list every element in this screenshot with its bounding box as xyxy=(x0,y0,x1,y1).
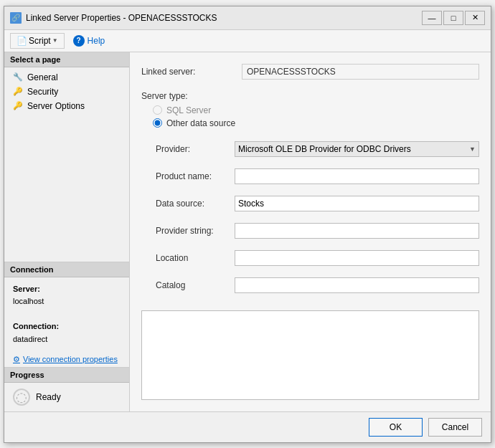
ok-button[interactable]: OK xyxy=(369,418,423,437)
linked-server-label: Linked server: xyxy=(141,67,242,77)
minimize-button[interactable]: — xyxy=(422,11,442,25)
sidebar-items: 🔧 General 🔑 Security 🔑 Server Options xyxy=(4,67,129,262)
connection-key: Connection: xyxy=(13,322,59,330)
progress-header: Progress xyxy=(4,368,129,383)
help-label: Help xyxy=(88,36,105,46)
connection-info: Server: localhost Connection: datadirect xyxy=(4,277,129,352)
sidebar-item-label-general: General xyxy=(27,72,58,82)
sql-server-row: SQL Server xyxy=(153,105,479,115)
connection-link-icon: ⚙ xyxy=(13,355,20,364)
progress-section: Progress ◌ Ready xyxy=(4,367,129,411)
other-datasource-radio[interactable] xyxy=(153,118,162,128)
sidebar-item-label-server-options: Server Options xyxy=(27,101,85,111)
progress-status: Ready xyxy=(36,392,61,402)
connection-label: Connection: datadirect xyxy=(13,320,121,345)
connection-link-text: View connection properties xyxy=(23,355,118,363)
title-bar: 🔗 Linked Server Properties - OPENACESSST… xyxy=(4,6,491,30)
catalog-input[interactable] xyxy=(235,277,479,293)
data-source-input[interactable] xyxy=(235,196,479,211)
provider-row: Provider: Microsoft OLE DB Provider for … xyxy=(156,141,479,157)
server-type-label: Server type: xyxy=(141,91,479,101)
product-name-row: Product name: xyxy=(156,168,479,184)
script-button[interactable]: 📄 Script ▼ xyxy=(10,33,65,49)
server-type-section: Server type: SQL Server Other data sourc… xyxy=(141,91,479,131)
window-title: Linked Server Properties - OPENACESSSTOC… xyxy=(26,13,217,23)
provider-dropdown-arrow: ▼ xyxy=(469,146,476,153)
server-options-icon: 🔑 xyxy=(13,101,23,110)
general-icon: 🔧 xyxy=(13,72,23,82)
product-name-input[interactable] xyxy=(235,168,479,184)
output-box xyxy=(141,310,479,400)
help-icon: ? xyxy=(73,35,85,47)
server-label: Server: localhost xyxy=(13,283,121,308)
server-value: localhost xyxy=(13,297,44,305)
security-icon: 🔑 xyxy=(13,87,23,96)
script-label: Script xyxy=(29,36,51,46)
linked-server-input[interactable] xyxy=(242,64,479,80)
sql-server-label: SQL Server xyxy=(166,105,211,115)
window-controls: — □ ✕ xyxy=(422,11,485,25)
sidebar-item-general[interactable]: 🔧 General xyxy=(4,70,129,85)
server-key: Server: xyxy=(13,285,40,293)
other-datasource-row: Other data source xyxy=(153,118,479,128)
sidebar-item-server-options[interactable]: 🔑 Server Options xyxy=(4,99,129,113)
main-form: Linked server: Server type: SQL Server O… xyxy=(130,52,491,411)
cancel-button[interactable]: Cancel xyxy=(428,418,482,437)
content-area: Select a page 🔧 General 🔑 Security 🔑 Ser… xyxy=(4,52,491,411)
catalog-label: Catalog xyxy=(156,280,235,290)
provider-string-row: Provider string: xyxy=(156,223,479,239)
connection-header: Connection xyxy=(4,262,129,277)
data-source-label: Data source: xyxy=(156,199,235,209)
linked-server-row: Linked server: xyxy=(141,64,479,80)
progress-content: ◌ Ready xyxy=(4,383,129,411)
script-icon: 📄 xyxy=(16,36,27,46)
window-icon: 🔗 xyxy=(10,12,22,24)
provider-string-input[interactable] xyxy=(235,223,479,239)
data-source-row: Data source: xyxy=(156,196,479,211)
sidebar: Select a page 🔧 General 🔑 Security 🔑 Ser… xyxy=(4,52,130,411)
product-name-label: Product name: xyxy=(156,171,235,181)
progress-spinner: ◌ xyxy=(13,389,30,406)
provider-string-label: Provider string: xyxy=(156,226,235,236)
maximize-button[interactable]: □ xyxy=(443,11,463,25)
location-row: Location xyxy=(156,250,479,266)
connection-value: datadirect xyxy=(13,335,47,343)
select-page-header: Select a page xyxy=(4,52,129,67)
help-button[interactable]: ? Help xyxy=(67,33,111,49)
catalog-row: Catalog xyxy=(156,277,479,293)
location-input[interactable] xyxy=(235,250,479,266)
provider-label: Provider: xyxy=(156,144,235,154)
view-connection-link[interactable]: ⚙ View connection properties xyxy=(4,352,129,367)
toolbar: 📄 Script ▼ ? Help xyxy=(4,30,491,52)
sidebar-item-label-security: Security xyxy=(27,87,58,97)
connection-section: Connection Server: localhost Connection:… xyxy=(4,262,129,367)
main-window: 🔗 Linked Server Properties - OPENACESSST… xyxy=(4,6,491,443)
close-button[interactable]: ✕ xyxy=(465,11,485,25)
sql-server-radio[interactable] xyxy=(153,105,162,115)
footer: OK Cancel xyxy=(4,411,491,442)
other-datasource-label: Other data source xyxy=(166,118,235,128)
sidebar-item-security[interactable]: 🔑 Security xyxy=(4,85,129,99)
provider-value: Microsoft OLE DB Provider for ODBC Drive… xyxy=(238,144,411,154)
provider-select[interactable]: Microsoft OLE DB Provider for ODBC Drive… xyxy=(235,141,479,157)
location-label: Location xyxy=(156,253,235,263)
script-dropdown-arrow: ▼ xyxy=(52,37,58,44)
